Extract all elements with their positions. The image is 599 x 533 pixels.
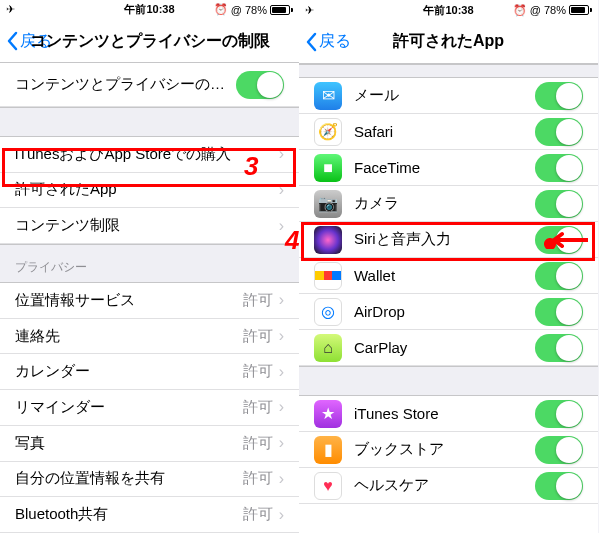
screen-content-privacy: ✈︎ 午前10:38 ⏰ @ 78% 戻る コンテンツとプライバシーの制限 コン…	[0, 0, 299, 533]
row-label: カメラ	[354, 194, 535, 213]
row-airdrop[interactable]: ◎ AirDrop	[299, 294, 598, 330]
status-bar: ✈︎ 午前10:38 ⏰ @ 78%	[0, 0, 299, 20]
row-value: 許可	[243, 327, 273, 346]
airdrop-icon: ◎	[314, 298, 342, 326]
row-content-limits[interactable]: コンテンツ制限 ›	[0, 208, 299, 244]
row-label: FaceTime	[354, 159, 535, 176]
row-calendar[interactable]: カレンダー 許可 ›	[0, 354, 299, 390]
row-photos[interactable]: 写真 許可 ›	[0, 426, 299, 462]
page-title: コンテンツとプライバシーの制限	[30, 31, 270, 52]
switch-book-store[interactable]	[535, 436, 583, 464]
nav-bar: 戻る 許可されたApp	[299, 20, 598, 64]
orientation-lock-icon: @	[530, 4, 541, 16]
row-label: Safari	[354, 123, 535, 140]
health-icon: ♥︎	[314, 472, 342, 500]
chevron-right-icon: ›	[279, 398, 284, 416]
row-book-store[interactable]: ▮ ブックストア	[299, 432, 598, 468]
back-label: 戻る	[319, 31, 351, 52]
row-location-services[interactable]: 位置情報サービス 許可 ›	[0, 283, 299, 319]
row-label: 自分の位置情報を共有	[15, 469, 243, 488]
row-itunes-store[interactable]: ★ iTunes Store	[299, 396, 598, 432]
airplane-icon: ✈︎	[305, 4, 314, 17]
row-safari[interactable]: 🧭 Safari	[299, 114, 598, 150]
section-header-privacy: プライバシー	[0, 244, 299, 283]
row-value: 許可	[243, 434, 273, 453]
row-value: 許可	[243, 398, 273, 417]
row-label: iTunesおよびApp Storeでの購入	[15, 145, 279, 164]
row-label: コンテンツ制限	[15, 216, 279, 235]
row-label: ブックストア	[354, 440, 535, 459]
callout-3: 3	[244, 151, 258, 182]
battery-percent: 78%	[245, 4, 267, 16]
page-title: 許可されたApp	[393, 31, 504, 52]
row-wallet[interactable]: Wallet	[299, 258, 598, 294]
row-label: ヘルスケア	[354, 476, 535, 495]
switch-safari[interactable]	[535, 118, 583, 146]
row-siri[interactable]: Siriと音声入力	[299, 222, 598, 258]
row-label: メール	[354, 86, 535, 105]
row-share-location[interactable]: 自分の位置情報を共有 許可 ›	[0, 462, 299, 498]
row-label: 許可されたApp	[15, 180, 279, 199]
row-label: 連絡先	[15, 327, 243, 346]
chevron-left-icon	[6, 31, 18, 51]
row-bluetooth[interactable]: Bluetooth共有 許可 ›	[0, 497, 299, 533]
switch-health[interactable]	[535, 472, 583, 500]
switch-itunes-store[interactable]	[535, 400, 583, 428]
back-button[interactable]: 戻る	[299, 31, 351, 52]
alarm-icon: ⏰	[214, 3, 228, 16]
row-reminders[interactable]: リマインダー 許可 ›	[0, 390, 299, 426]
row-label: Bluetooth共有	[15, 505, 243, 524]
row-value: 許可	[243, 505, 273, 524]
row-label: 位置情報サービス	[15, 291, 243, 310]
callout-4: 4	[285, 225, 299, 256]
itunes-store-icon: ★	[314, 400, 342, 428]
nav-bar: 戻る コンテンツとプライバシーの制限	[0, 20, 299, 64]
row-label: AirDrop	[354, 303, 535, 320]
section-gap	[0, 107, 299, 137]
status-time: 午前10:38	[124, 2, 174, 17]
row-value: 許可	[243, 291, 273, 310]
siri-icon	[314, 226, 342, 254]
orientation-lock-icon: @	[231, 4, 242, 16]
section-gap	[299, 64, 598, 78]
status-time: 午前10:38	[423, 3, 473, 18]
chevron-right-icon: ›	[279, 291, 284, 309]
row-mail[interactable]: ✉︎ メール	[299, 78, 598, 114]
switch-wallet[interactable]	[535, 262, 583, 290]
row-health[interactable]: ♥︎ ヘルスケア	[299, 468, 598, 504]
status-bar: ✈︎ 午前10:38 ⏰ @ 78%	[299, 0, 598, 20]
row-label: iTunes Store	[354, 405, 535, 422]
books-icon: ▮	[314, 436, 342, 464]
row-contacts[interactable]: 連絡先 許可 ›	[0, 319, 299, 355]
chevron-right-icon: ›	[279, 363, 284, 381]
row-label: Wallet	[354, 267, 535, 284]
section-gap	[299, 366, 598, 396]
chevron-right-icon: ›	[279, 327, 284, 345]
chevron-right-icon: ›	[279, 217, 284, 235]
row-value: 許可	[243, 469, 273, 488]
facetime-icon: ■	[314, 154, 342, 182]
airplane-icon: ✈︎	[6, 3, 15, 16]
arrow-left-icon	[544, 231, 588, 249]
switch-facetime[interactable]	[535, 154, 583, 182]
row-label: リマインダー	[15, 398, 243, 417]
switch-camera[interactable]	[535, 190, 583, 218]
chevron-right-icon: ›	[279, 181, 284, 199]
carplay-icon: ⌂	[314, 334, 342, 362]
switch-content-privacy[interactable]	[236, 71, 284, 99]
row-carplay[interactable]: ⌂ CarPlay	[299, 330, 598, 366]
row-label: CarPlay	[354, 339, 535, 356]
row-camera[interactable]: 📷 カメラ	[299, 186, 598, 222]
battery-percent: 78%	[544, 4, 566, 16]
mail-icon: ✉︎	[314, 82, 342, 110]
switch-airdrop[interactable]	[535, 298, 583, 326]
row-content-privacy-toggle[interactable]: コンテンツとプライバシーの制限	[0, 63, 299, 107]
chevron-right-icon: ›	[279, 145, 284, 163]
switch-mail[interactable]	[535, 82, 583, 110]
screen-allowed-apps: ✈︎ 午前10:38 ⏰ @ 78% 戻る 許可されたApp ✉︎ メール 🧭 …	[299, 0, 598, 533]
switch-carplay[interactable]	[535, 334, 583, 362]
row-facetime[interactable]: ■ FaceTime	[299, 150, 598, 186]
row-label: Siriと音声入力	[354, 230, 535, 249]
row-label: 写真	[15, 434, 243, 453]
safari-icon: 🧭	[314, 118, 342, 146]
